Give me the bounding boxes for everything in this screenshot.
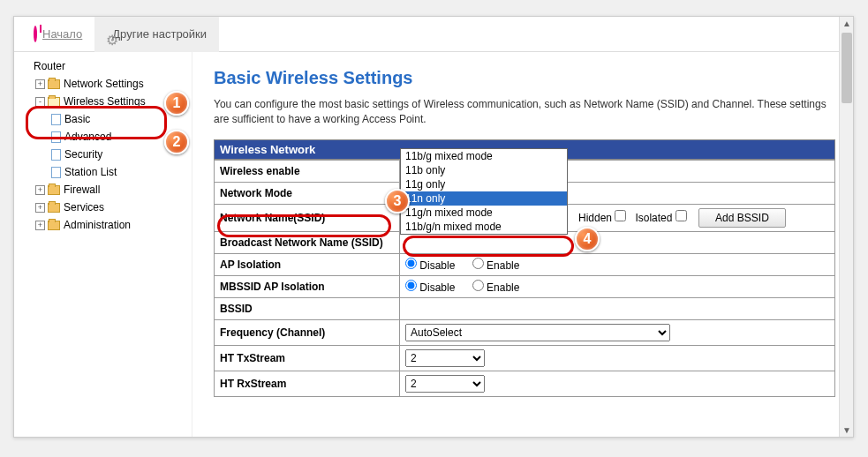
page-icon	[51, 114, 61, 125]
settings-table: Wireless enable Network Mode Network Nam…	[214, 160, 835, 397]
mode-option-selected[interactable]: 11n only	[401, 191, 567, 206]
sidebar-item-firewall[interactable]: +Firewall	[35, 181, 188, 199]
marker-3: 3	[385, 189, 410, 214]
expand-icon[interactable]: +	[35, 185, 45, 195]
row-network-name-label: Network Name(SSID)	[215, 204, 400, 231]
page-icon	[51, 131, 61, 143]
mode-option[interactable]: 11b only	[401, 163, 567, 177]
hidden-checkbox[interactable]	[615, 210, 626, 221]
scroll-down-icon[interactable]: ▼	[842, 425, 851, 435]
mode-option[interactable]: 11g/n mixed mode	[401, 206, 567, 220]
ap-isolation-enable-radio[interactable]	[472, 258, 484, 269]
mbssid-disable-radio[interactable]	[405, 280, 417, 291]
expand-icon[interactable]: +	[35, 221, 45, 230]
sidebar-item-administration[interactable]: +Administration	[35, 216, 188, 234]
row-broadcast-label: Broadcast Network Name (SSID)	[215, 231, 400, 253]
scrollbar-vertical[interactable]: ▲ ▼	[839, 17, 853, 437]
collapse-icon[interactable]: -	[35, 97, 45, 107]
httx-select[interactable]: 2	[405, 349, 485, 367]
tab-home[interactable]: Начало	[21, 17, 94, 52]
page-icon	[51, 149, 61, 161]
row-bssid-label: BSSID	[215, 297, 400, 319]
row-ap-isolation-label: AP Isolation	[215, 253, 400, 275]
marker-1: 1	[164, 91, 189, 116]
page-description: You can configure the most basic setting…	[214, 97, 835, 127]
mode-option[interactable]: 11b/g mixed mode	[401, 149, 567, 163]
expand-icon[interactable]: +	[35, 79, 45, 89]
marker-2: 2	[164, 130, 189, 154]
ap-isolation-disable-radio[interactable]	[405, 258, 417, 269]
add-bssid-button[interactable]: Add BSSID	[698, 208, 786, 228]
tab-home-label[interactable]: Начало	[42, 27, 82, 41]
row-mbssid-label: MBSSID AP Isolation	[215, 275, 400, 297]
expand-icon[interactable]: +	[35, 203, 45, 213]
folder-open-icon	[48, 97, 60, 107]
network-mode-dropdown[interactable]: 11b/g mixed mode 11b only 11g only 11n o…	[400, 148, 568, 235]
marker-4: 4	[575, 227, 600, 251]
tree-root[interactable]: Router	[21, 57, 188, 75]
power-icon	[34, 27, 37, 41]
folder-icon	[48, 221, 60, 230]
folder-icon	[48, 79, 60, 89]
hidden-label: Hidden	[578, 212, 612, 224]
sidebar-item-station-list[interactable]: Station List	[49, 163, 188, 181]
row-htrx-label: HT RxStream	[215, 371, 400, 396]
tab-other-label: Другие настройки	[112, 27, 207, 41]
scroll-thumb[interactable]	[842, 33, 852, 103]
sidebar-item-services[interactable]: +Services	[35, 199, 188, 216]
mode-option[interactable]: 11b/g/n mixed mode	[401, 220, 567, 234]
scroll-up-icon[interactable]: ▲	[842, 19, 851, 28]
page-icon	[51, 167, 61, 178]
main-content: Basic Wireless Settings You can configur…	[192, 52, 853, 437]
htrx-select[interactable]: 2	[405, 375, 485, 393]
isolated-label: Isolated	[635, 212, 672, 224]
row-httx-label: HT TxStream	[215, 345, 400, 371]
mode-option[interactable]: 11g only	[401, 177, 567, 191]
row-wireless-enable-label: Wireless enable	[215, 160, 400, 182]
row-network-mode-label: Network Mode	[215, 182, 400, 204]
window: Начало Другие настройки Router +Network …	[13, 16, 854, 438]
folder-icon	[48, 203, 60, 213]
page-title: Basic Wireless Settings	[214, 68, 835, 88]
isolated-checkbox[interactable]	[676, 210, 687, 221]
topbar: Начало Другие настройки	[14, 17, 853, 52]
row-frequency-label: Frequency (Channel)	[215, 319, 400, 345]
sidebar-item-network-settings[interactable]: +Network Settings	[35, 75, 188, 93]
frequency-select[interactable]: AutoSelect	[405, 324, 670, 341]
tab-other-settings[interactable]: Другие настройки	[94, 17, 219, 52]
mbssid-enable-radio[interactable]	[472, 280, 484, 291]
folder-icon	[48, 185, 60, 195]
